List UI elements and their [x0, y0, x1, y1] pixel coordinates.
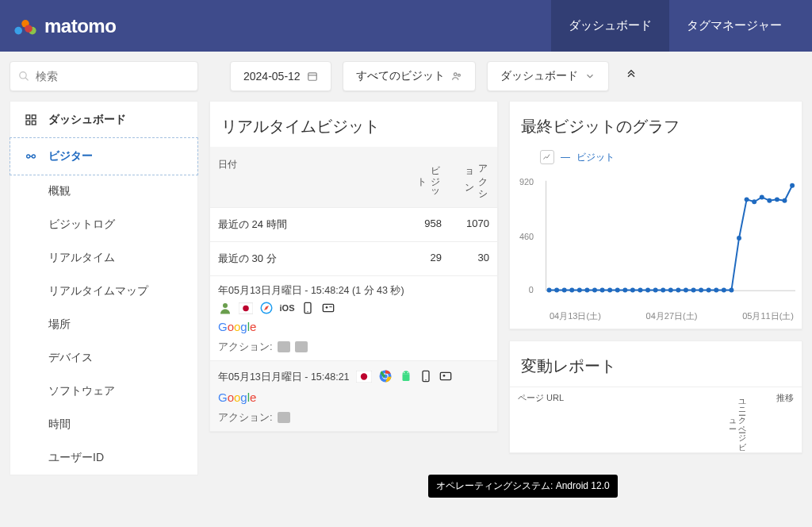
xtick: 04月13日(土)	[550, 310, 601, 322]
toolbar: 2024-05-12 すべてのビジット ダッシュボード	[0, 52, 812, 101]
sidebar-sub-userid[interactable]: ユーザーID	[10, 441, 197, 475]
svg-point-62	[714, 288, 718, 293]
sidebar-sub-device[interactable]: デバイス	[10, 341, 197, 375]
svg-point-59	[691, 288, 696, 293]
sidebar: ダッシュボード ビジター 概観 ビジットログ リアルタイム リアルタイムマップ …	[10, 101, 198, 475]
graph-widget: 最終ビジットのグラフ — ビジット 920 460 0	[509, 101, 802, 329]
svg-point-28	[360, 373, 366, 379]
date-picker[interactable]: 2024-05-12	[230, 61, 331, 91]
sidebar-sub-visitlog[interactable]: ビジットログ	[10, 208, 197, 241]
collapse-icon[interactable]	[620, 68, 642, 84]
folder-icon[interactable]	[278, 412, 290, 423]
svg-point-35	[425, 379, 426, 380]
referrer-google: Google	[218, 390, 256, 404]
id-card-icon	[439, 370, 453, 385]
sidebar-sub-realtime[interactable]: リアルタイム	[10, 241, 197, 275]
svg-point-37	[442, 375, 445, 377]
svg-point-53	[645, 288, 650, 293]
device-icon	[301, 301, 315, 315]
svg-point-46	[592, 288, 597, 293]
sidebar-label: ビジター	[48, 149, 93, 163]
sidebar-sub-time[interactable]: 時間	[10, 408, 197, 441]
svg-point-55	[661, 288, 665, 293]
svg-point-51	[630, 288, 635, 293]
svg-point-43	[569, 288, 574, 293]
matomo-logo-icon	[13, 13, 38, 39]
line-chart[interactable]: 920 460 0	[515, 164, 797, 307]
sidebar-item-visitors[interactable]: ビジター	[10, 137, 198, 175]
svg-point-67	[752, 199, 756, 204]
legend-label[interactable]: ビジット	[576, 151, 615, 164]
referrer-google: Google	[218, 320, 256, 333]
svg-point-71	[783, 198, 787, 203]
user-icon	[218, 301, 232, 315]
svg-point-58	[684, 288, 688, 293]
sidebar-sub-realtimemap[interactable]: リアルタイムマップ	[10, 275, 197, 308]
sidebar-item-dashboard[interactable]: ダッシュボード	[10, 102, 197, 138]
svg-point-15	[32, 155, 35, 158]
svg-point-47	[600, 288, 605, 293]
svg-point-56	[668, 288, 673, 293]
nav-dashboard[interactable]: ダッシュボード	[551, 0, 669, 52]
movers-col-upv: ユニークページビュー	[659, 392, 746, 448]
folder-icon[interactable]	[278, 341, 290, 352]
logo[interactable]: matomo	[13, 13, 116, 39]
svg-point-45	[584, 288, 589, 293]
dashboard-label: ダッシュボード	[500, 69, 578, 83]
search-icon	[18, 70, 29, 83]
flag-jp-icon	[356, 371, 372, 385]
svg-point-66	[745, 197, 749, 202]
rt-row-30m: 最近の 30 分 29 30	[210, 241, 497, 275]
svg-point-63	[722, 288, 726, 293]
visit-entry[interactable]: 年05月13日月曜日 - 15:48:24 (1 分 43 秒) iOS Goo…	[210, 275, 497, 360]
calendar-icon	[307, 71, 318, 82]
realtime-header: 日付 ビジット アクション	[210, 147, 497, 207]
chart-type-icon[interactable]	[540, 150, 554, 164]
svg-rect-11	[32, 115, 36, 119]
sidebar-label: ダッシュボード	[48, 113, 126, 127]
svg-point-44	[577, 288, 582, 293]
visit-entry[interactable]: 年05月13日月曜日 - 15:48:21 Google アクション:	[210, 360, 497, 431]
svg-point-23	[307, 311, 308, 312]
segment-picker[interactable]: すべてのビジット	[343, 61, 476, 91]
svg-rect-10	[26, 115, 30, 119]
dashboard-icon	[25, 113, 37, 126]
sidebar-sub-location[interactable]: 場所	[10, 308, 197, 341]
svg-line-5	[25, 78, 29, 81]
sidebar-sub-software[interactable]: ソフトウェア	[10, 375, 197, 408]
folder-icon[interactable]	[295, 341, 308, 352]
ytick: 460	[519, 232, 534, 241]
device-icon	[419, 369, 432, 386]
svg-rect-36	[440, 372, 450, 379]
search-input[interactable]	[36, 70, 190, 83]
realtime-title: リアルタイムビジット	[210, 102, 497, 147]
col-action: アクション	[442, 158, 489, 196]
svg-point-4	[20, 72, 26, 79]
flag-jp-icon	[239, 301, 253, 315]
search-box[interactable]	[10, 61, 198, 91]
svg-rect-12	[26, 121, 30, 125]
xtick: 05月11日(土)	[742, 310, 794, 322]
col-visit: ビジット	[394, 158, 442, 196]
svg-point-33	[407, 372, 408, 374]
svg-point-52	[638, 288, 643, 293]
movers-col-url: ページ URL	[518, 392, 659, 448]
movers-col-evo: 推移	[746, 392, 794, 448]
svg-point-14	[27, 155, 30, 158]
svg-point-60	[699, 288, 703, 293]
ios-text-icon: iOS	[280, 301, 294, 315]
chrome-icon	[378, 369, 393, 386]
svg-point-0	[14, 26, 22, 34]
svg-point-3	[25, 25, 33, 33]
dashboard-picker[interactable]: ダッシュボード	[487, 61, 609, 91]
sidebar-sub-overview[interactable]: 概観	[10, 175, 197, 208]
android-icon	[399, 369, 413, 386]
nav-tagmanager[interactable]: タグマネージャー	[669, 0, 799, 52]
svg-point-42	[562, 288, 567, 293]
movers-title: 変動レポート	[510, 341, 802, 387]
svg-point-48	[607, 288, 612, 293]
svg-rect-6	[308, 73, 316, 80]
svg-point-54	[653, 288, 658, 293]
svg-point-49	[615, 288, 620, 293]
top-nav: matomo ダッシュボード タグマネージャー	[0, 0, 812, 52]
